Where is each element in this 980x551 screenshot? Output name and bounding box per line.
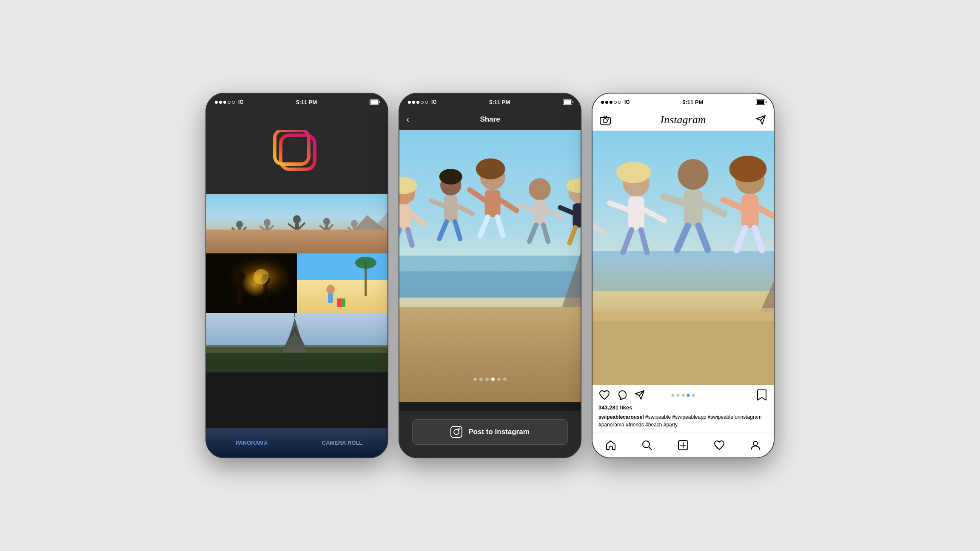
new-post-tab[interactable] bbox=[677, 439, 689, 451]
carousel-dots bbox=[473, 378, 507, 381]
svg-rect-52 bbox=[399, 271, 581, 298]
svg-point-10 bbox=[264, 219, 271, 227]
svg-rect-29 bbox=[237, 281, 242, 303]
signal-dot-2 bbox=[219, 101, 222, 104]
svg-rect-27 bbox=[206, 253, 297, 313]
signal-dot-3 bbox=[610, 101, 612, 104]
share-nav-bar: ‹ Share bbox=[399, 109, 581, 130]
svg-rect-23 bbox=[353, 227, 356, 236]
send-icon[interactable] bbox=[755, 114, 767, 126]
status-right-2 bbox=[563, 99, 572, 105]
carousel-dot-4-active bbox=[687, 394, 690, 397]
svg-rect-37 bbox=[328, 293, 333, 303]
signal-dot-2 bbox=[605, 101, 608, 104]
activity-tab[interactable] bbox=[713, 439, 725, 451]
signal-dot-1 bbox=[601, 101, 604, 104]
signal-dot-5 bbox=[618, 101, 621, 104]
status-bar-phone3: IG 5:11 PM bbox=[593, 94, 774, 109]
caption-username: swipeablecarousel bbox=[598, 414, 644, 420]
svg-rect-77 bbox=[533, 200, 546, 225]
battery-fill bbox=[370, 100, 378, 104]
preview-beach-scene bbox=[399, 130, 581, 402]
svg-point-91 bbox=[608, 118, 610, 119]
share-button[interactable] bbox=[634, 389, 646, 401]
svg-rect-31 bbox=[263, 284, 267, 303]
feed-caption: swipeablecarousel #swipeable #swipeablea… bbox=[593, 412, 774, 432]
svg-rect-15 bbox=[295, 223, 299, 234]
battery-fill-3 bbox=[757, 100, 764, 104]
like-button[interactable] bbox=[598, 389, 610, 401]
svg-rect-7 bbox=[238, 228, 241, 237]
post-button-label: Post to Instagram bbox=[468, 428, 530, 436]
grid-row-2 bbox=[206, 253, 387, 313]
svg-rect-93 bbox=[593, 251, 774, 291]
carousel-dot-3 bbox=[682, 394, 685, 397]
dot-5 bbox=[497, 378, 501, 381]
dot-1 bbox=[473, 378, 477, 381]
status-bar-phone2: IG 5:11 PM bbox=[399, 94, 581, 109]
home-tab[interactable] bbox=[605, 439, 617, 451]
feed-actions-row bbox=[593, 385, 774, 403]
photo-preview-area bbox=[399, 130, 581, 411]
svg-rect-48 bbox=[283, 350, 307, 352]
status-right-3 bbox=[756, 99, 765, 105]
bookmark-button[interactable] bbox=[756, 389, 768, 401]
instagram-wordmark: Instagram bbox=[611, 114, 755, 126]
signal-dot-3 bbox=[223, 101, 226, 104]
svg-rect-64 bbox=[444, 196, 458, 222]
search-tab[interactable] bbox=[641, 439, 653, 451]
ig-feed-content: 343,281 likes swipeablecarousel #swipeab… bbox=[593, 131, 774, 457]
carrier-text-2: IG bbox=[431, 99, 437, 105]
instagram-bottom-bar bbox=[593, 432, 774, 457]
svg-rect-122 bbox=[741, 194, 759, 228]
svg-point-32 bbox=[254, 269, 269, 284]
profile-tab[interactable] bbox=[749, 439, 761, 451]
comment-button[interactable] bbox=[616, 389, 628, 401]
svg-rect-71 bbox=[485, 190, 501, 217]
post-to-instagram-button[interactable]: Post to Instagram bbox=[412, 419, 568, 445]
dot-3 bbox=[485, 378, 489, 381]
svg-point-6 bbox=[236, 221, 243, 228]
status-bar-phone1: IG 5:11 PM bbox=[206, 94, 387, 109]
signal-dot-1 bbox=[215, 101, 218, 104]
signal-dot-3 bbox=[416, 101, 419, 104]
app-logo-area bbox=[206, 109, 387, 194]
svg-rect-97 bbox=[593, 308, 774, 321]
time-display-2: 5:11 PM bbox=[489, 99, 510, 105]
signal-dots-2 bbox=[408, 101, 428, 104]
svg-rect-84 bbox=[573, 203, 581, 227]
carrier-text: IG bbox=[238, 99, 244, 105]
grid-photo-eiffel bbox=[206, 313, 387, 372]
time-display-3: 5:11 PM bbox=[682, 99, 703, 105]
battery-fill-2 bbox=[564, 100, 571, 104]
dot-2 bbox=[479, 378, 483, 381]
svg-point-18 bbox=[323, 218, 330, 225]
svg-line-135 bbox=[649, 447, 652, 450]
grid-photo-child-beach bbox=[297, 253, 387, 313]
svg-rect-96 bbox=[593, 311, 774, 385]
svg-rect-5 bbox=[206, 234, 387, 253]
time-display: 5:11 PM bbox=[296, 99, 317, 105]
instagram-button-icon bbox=[450, 426, 462, 438]
signal-dot-4 bbox=[614, 101, 617, 104]
phone-3: IG 5:11 PM bbox=[592, 93, 775, 458]
status-right bbox=[370, 99, 379, 105]
carrier-text-3: IG bbox=[624, 99, 630, 105]
phone-1: IG 5:11 PM bbox=[205, 93, 388, 458]
svg-point-121 bbox=[729, 156, 766, 182]
status-left-2: IG bbox=[408, 99, 437, 105]
post-button-area: Post to Instagram bbox=[399, 411, 581, 457]
svg-point-139 bbox=[753, 441, 758, 446]
svg-point-108 bbox=[616, 162, 651, 183]
phone-2: IG 5:11 PM ‹ Share bbox=[399, 93, 581, 458]
svg-point-14 bbox=[293, 215, 301, 224]
svg-point-114 bbox=[678, 159, 708, 190]
tab-camera-roll[interactable]: CAMERA ROLL bbox=[297, 436, 387, 449]
dot-6 bbox=[503, 378, 507, 381]
status-left: IG bbox=[215, 99, 244, 105]
svg-rect-57 bbox=[399, 204, 411, 231]
camera-icon[interactable] bbox=[599, 114, 611, 126]
tab-bar: PANORAMA CAMERA ROLL bbox=[206, 428, 387, 457]
tab-panorama[interactable]: PANORAMA bbox=[206, 436, 297, 449]
back-button[interactable]: ‹ bbox=[406, 114, 409, 125]
